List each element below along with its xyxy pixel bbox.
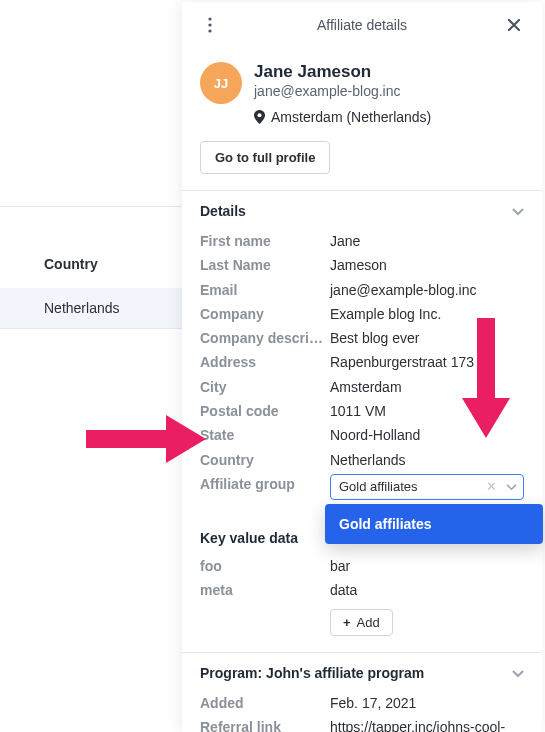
affiliate-group-dropdown: Gold affiliates	[325, 504, 543, 544]
profile-location-text: Amsterdam (Netherlands)	[271, 109, 431, 125]
field-state: StateNoord-Holland	[200, 423, 524, 447]
affiliate-details-panel: Affiliate details JJ Jane Jameson jane@e…	[182, 2, 542, 732]
field-country: CountryNetherlands	[200, 448, 524, 472]
panel-header: Affiliate details	[182, 2, 542, 48]
field-last-name: Last NameJameson	[200, 253, 524, 277]
chevron-down-icon	[512, 203, 524, 219]
bg-row: Netherlands	[0, 288, 182, 328]
profile-name: Jane Jameson	[254, 62, 431, 82]
add-key-value-button[interactable]: +Add	[330, 609, 393, 636]
kv-add-row: +Add	[200, 603, 524, 638]
svg-point-1	[208, 23, 211, 26]
field-company: CompanyExample blog Inc.	[200, 302, 524, 326]
svg-point-2	[208, 29, 211, 32]
profile-block: JJ Jane Jameson jane@example-blog.inc Am…	[200, 62, 524, 125]
bg-column-header: Country	[44, 256, 98, 272]
chevron-down-icon	[506, 478, 517, 497]
panel-body: JJ Jane Jameson jane@example-blog.inc Am…	[182, 48, 542, 732]
field-referral-link: Referral linkhttps://tapper.inc/johns-co…	[200, 715, 524, 732]
affiliate-group-select[interactable]: Gold affiliates ✕	[330, 474, 524, 500]
svg-point-3	[258, 113, 262, 117]
field-company-description: Company descri…Best blog ever	[200, 326, 524, 350]
location-pin-icon	[254, 110, 265, 124]
close-button[interactable]	[502, 13, 526, 37]
field-added: AddedFeb. 17, 2021	[200, 691, 524, 715]
plus-icon: +	[343, 615, 351, 630]
field-email: Emailjane@example-blog.inc	[200, 278, 524, 302]
bg-divider-2	[0, 328, 182, 329]
bg-row-value: Netherlands	[44, 300, 120, 316]
section-program-title: Program: John's affiliate program	[200, 665, 424, 681]
field-first-name: First nameJane	[200, 229, 524, 253]
dropdown-option-gold-affiliates[interactable]: Gold affiliates	[325, 504, 543, 544]
kv-row-2: metadata	[200, 578, 524, 602]
profile-location: Amsterdam (Netherlands)	[254, 109, 431, 125]
chevron-down-icon	[512, 665, 524, 681]
close-icon	[508, 19, 520, 31]
field-postal: Postal code1011 VM	[200, 399, 524, 423]
clear-selection-icon[interactable]: ✕	[486, 478, 497, 497]
background-table: Country Netherlands	[0, 0, 182, 732]
section-details-header[interactable]: Details	[200, 191, 524, 229]
bg-divider	[0, 206, 182, 207]
kv-row-1: foobar	[200, 554, 524, 578]
field-city: CityAmsterdam	[200, 375, 524, 399]
section-program-header[interactable]: Program: John's affiliate program	[200, 653, 524, 691]
panel-title: Affiliate details	[222, 17, 502, 33]
go-to-full-profile-button[interactable]: Go to full profile	[200, 141, 330, 174]
vertical-dots-icon	[208, 17, 212, 33]
more-options-button[interactable]	[198, 13, 222, 37]
field-affiliate-group: Affiliate group Gold affiliates ✕ Gold a…	[200, 472, 524, 502]
section-details-title: Details	[200, 203, 246, 219]
avatar: JJ	[200, 62, 242, 104]
field-address: AddressRapenburgerstraat 173	[200, 350, 524, 374]
svg-point-0	[208, 17, 211, 20]
affiliate-group-selected-value: Gold affiliates	[339, 478, 418, 497]
profile-email: jane@example-blog.inc	[254, 83, 431, 99]
